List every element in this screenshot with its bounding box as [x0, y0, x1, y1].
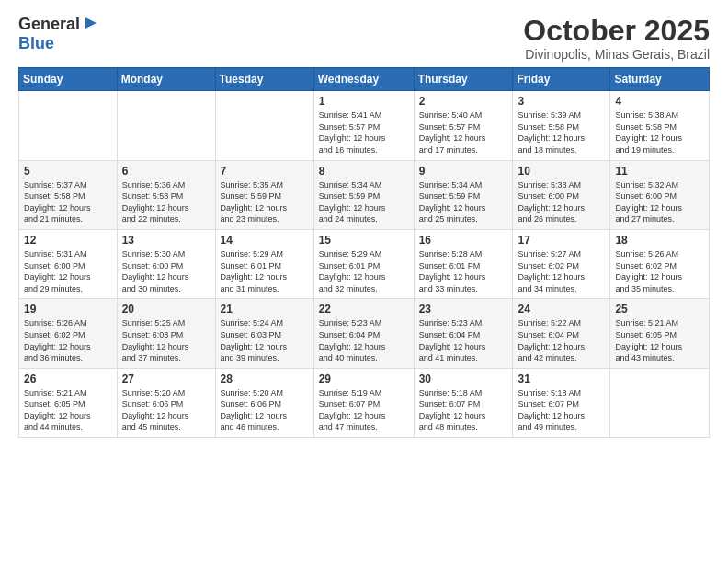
table-row: [215, 91, 313, 160]
table-row: 24Sunrise: 5:22 AM Sunset: 6:04 PM Dayli…: [513, 299, 610, 368]
day-info: Sunrise: 5:28 AM Sunset: 6:01 PM Dayligh…: [419, 248, 508, 294]
day-number: 12: [24, 234, 112, 247]
day-number: 6: [122, 165, 210, 178]
day-info: Sunrise: 5:21 AM Sunset: 6:05 PM Dayligh…: [24, 387, 112, 433]
day-number: 5: [24, 165, 112, 178]
calendar-week-row: 26Sunrise: 5:21 AM Sunset: 6:05 PM Dayli…: [19, 368, 710, 437]
table-row: 7Sunrise: 5:35 AM Sunset: 5:59 PM Daylig…: [215, 160, 313, 229]
table-row: 28Sunrise: 5:20 AM Sunset: 6:06 PM Dayli…: [215, 368, 313, 437]
table-row: [117, 91, 215, 160]
col-thursday: Thursday: [414, 68, 513, 91]
day-number: 10: [518, 165, 605, 178]
day-info: Sunrise: 5:30 AM Sunset: 6:00 PM Dayligh…: [122, 248, 210, 294]
table-row: 13Sunrise: 5:30 AM Sunset: 6:00 PM Dayli…: [117, 229, 215, 298]
day-info: Sunrise: 5:29 AM Sunset: 6:01 PM Dayligh…: [221, 248, 309, 294]
table-row: 2Sunrise: 5:40 AM Sunset: 5:57 PM Daylig…: [414, 91, 513, 160]
table-row: 3Sunrise: 5:39 AM Sunset: 5:58 PM Daylig…: [513, 91, 610, 160]
day-number: 23: [419, 303, 508, 316]
table-row: 20Sunrise: 5:25 AM Sunset: 6:03 PM Dayli…: [117, 299, 215, 368]
table-row: 16Sunrise: 5:28 AM Sunset: 6:01 PM Dayli…: [414, 229, 513, 298]
day-number: 15: [319, 234, 409, 247]
day-number: 26: [24, 373, 112, 385]
table-row: 15Sunrise: 5:29 AM Sunset: 6:01 PM Dayli…: [313, 229, 414, 298]
table-row: 17Sunrise: 5:27 AM Sunset: 6:02 PM Dayli…: [513, 229, 610, 298]
day-info: Sunrise: 5:21 AM Sunset: 6:05 PM Dayligh…: [615, 317, 704, 363]
col-tuesday: Tuesday: [215, 68, 313, 91]
table-row: 27Sunrise: 5:20 AM Sunset: 6:06 PM Dayli…: [117, 368, 215, 437]
day-number: 29: [319, 373, 409, 385]
day-info: Sunrise: 5:25 AM Sunset: 6:03 PM Dayligh…: [122, 317, 210, 363]
day-number: 21: [221, 303, 309, 316]
day-info: Sunrise: 5:20 AM Sunset: 6:06 PM Dayligh…: [221, 387, 309, 433]
table-row: 8Sunrise: 5:34 AM Sunset: 5:59 PM Daylig…: [313, 160, 414, 229]
table-row: 14Sunrise: 5:29 AM Sunset: 6:01 PM Dayli…: [215, 229, 313, 298]
title-block: October 2025 Divinopolis, Minas Gerais, …: [523, 15, 710, 62]
table-row: 9Sunrise: 5:34 AM Sunset: 5:59 PM Daylig…: [414, 160, 513, 229]
day-info: Sunrise: 5:34 AM Sunset: 5:59 PM Dayligh…: [419, 179, 508, 225]
day-info: Sunrise: 5:36 AM Sunset: 5:58 PM Dayligh…: [122, 179, 210, 225]
day-number: 2: [419, 95, 508, 108]
day-info: Sunrise: 5:26 AM Sunset: 6:02 PM Dayligh…: [24, 317, 112, 363]
col-wednesday: Wednesday: [313, 68, 414, 91]
day-number: 1: [319, 95, 409, 108]
day-info: Sunrise: 5:22 AM Sunset: 6:04 PM Dayligh…: [518, 317, 605, 363]
day-number: 30: [419, 373, 508, 385]
table-row: 5Sunrise: 5:37 AM Sunset: 5:58 PM Daylig…: [19, 160, 118, 229]
table-row: 31Sunrise: 5:18 AM Sunset: 6:07 PM Dayli…: [513, 368, 610, 437]
table-row: 4Sunrise: 5:38 AM Sunset: 5:58 PM Daylig…: [610, 91, 710, 160]
svg-marker-0: [85, 17, 97, 29]
table-row: 10Sunrise: 5:33 AM Sunset: 6:00 PM Dayli…: [513, 160, 610, 229]
table-row: [19, 91, 118, 160]
logo-general-text: General: [18, 15, 80, 34]
day-number: 31: [518, 373, 605, 385]
day-number: 8: [319, 165, 409, 178]
day-info: Sunrise: 5:39 AM Sunset: 5:58 PM Dayligh…: [518, 109, 605, 155]
day-number: 14: [221, 234, 309, 247]
day-number: 7: [221, 165, 309, 178]
day-number: 19: [24, 303, 112, 316]
calendar-week-row: 5Sunrise: 5:37 AM Sunset: 5:58 PM Daylig…: [19, 160, 710, 229]
table-row: 11Sunrise: 5:32 AM Sunset: 6:00 PM Dayli…: [610, 160, 710, 229]
day-info: Sunrise: 5:23 AM Sunset: 6:04 PM Dayligh…: [419, 317, 508, 363]
day-info: Sunrise: 5:29 AM Sunset: 6:01 PM Dayligh…: [319, 248, 409, 294]
calendar-week-row: 12Sunrise: 5:31 AM Sunset: 6:00 PM Dayli…: [19, 229, 710, 298]
table-row: 30Sunrise: 5:18 AM Sunset: 6:07 PM Dayli…: [414, 368, 513, 437]
day-number: 27: [122, 373, 210, 385]
day-info: Sunrise: 5:33 AM Sunset: 6:00 PM Dayligh…: [518, 179, 605, 225]
logo: General Blue: [18, 15, 97, 53]
day-info: Sunrise: 5:20 AM Sunset: 6:06 PM Dayligh…: [122, 387, 210, 433]
table-row: 6Sunrise: 5:36 AM Sunset: 5:58 PM Daylig…: [117, 160, 215, 229]
day-number: 25: [615, 303, 704, 316]
table-row: 12Sunrise: 5:31 AM Sunset: 6:00 PM Dayli…: [19, 229, 118, 298]
day-info: Sunrise: 5:18 AM Sunset: 6:07 PM Dayligh…: [419, 387, 508, 433]
logo-triangle-icon: [82, 16, 97, 30]
header: General Blue October 2025 Divinopolis, M…: [18, 15, 710, 62]
day-info: Sunrise: 5:34 AM Sunset: 5:59 PM Dayligh…: [319, 179, 409, 225]
day-number: 18: [615, 234, 704, 247]
table-row: 21Sunrise: 5:24 AM Sunset: 6:03 PM Dayli…: [215, 299, 313, 368]
table-row: 1Sunrise: 5:41 AM Sunset: 5:57 PM Daylig…: [313, 91, 414, 160]
calendar-week-row: 19Sunrise: 5:26 AM Sunset: 6:02 PM Dayli…: [19, 299, 710, 368]
table-row: 19Sunrise: 5:26 AM Sunset: 6:02 PM Dayli…: [19, 299, 118, 368]
day-info: Sunrise: 5:40 AM Sunset: 5:57 PM Dayligh…: [419, 109, 508, 155]
day-number: 22: [319, 303, 409, 316]
day-number: 28: [221, 373, 309, 385]
day-info: Sunrise: 5:18 AM Sunset: 6:07 PM Dayligh…: [518, 387, 605, 433]
col-friday: Friday: [513, 68, 610, 91]
page-title: October 2025: [523, 15, 710, 47]
calendar-header-row: Sunday Monday Tuesday Wednesday Thursday…: [19, 68, 710, 91]
table-row: 26Sunrise: 5:21 AM Sunset: 6:05 PM Dayli…: [19, 368, 118, 437]
day-number: 17: [518, 234, 605, 247]
day-info: Sunrise: 5:23 AM Sunset: 6:04 PM Dayligh…: [319, 317, 409, 363]
calendar-week-row: 1Sunrise: 5:41 AM Sunset: 5:57 PM Daylig…: [19, 91, 710, 160]
table-row: 22Sunrise: 5:23 AM Sunset: 6:04 PM Dayli…: [313, 299, 414, 368]
table-row: [610, 368, 710, 437]
day-info: Sunrise: 5:19 AM Sunset: 6:07 PM Dayligh…: [319, 387, 409, 433]
day-number: 9: [419, 165, 508, 178]
logo-blue-text: Blue: [18, 34, 54, 52]
day-info: Sunrise: 5:41 AM Sunset: 5:57 PM Dayligh…: [319, 109, 409, 155]
day-info: Sunrise: 5:38 AM Sunset: 5:58 PM Dayligh…: [615, 109, 704, 155]
col-monday: Monday: [117, 68, 215, 91]
day-number: 16: [419, 234, 508, 247]
page-subtitle: Divinopolis, Minas Gerais, Brazil: [523, 47, 710, 62]
